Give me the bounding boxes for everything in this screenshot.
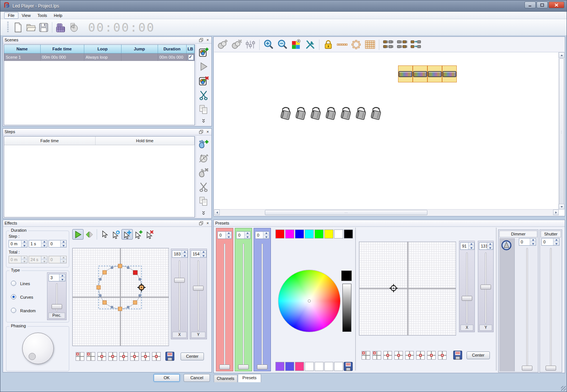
radio-icon[interactable] bbox=[11, 294, 16, 299]
position-preset-button[interactable] bbox=[427, 351, 436, 360]
scene-name-cell[interactable]: Scene 1 bbox=[4, 53, 40, 61]
pan-tilt-center-button[interactable]: Center bbox=[467, 351, 490, 359]
column-header-fade-time[interactable]: Fade time bbox=[40, 45, 84, 53]
dimmer-spinner[interactable]: 0 bbox=[519, 238, 536, 246]
minimize-button[interactable] bbox=[524, 2, 536, 8]
slider-thumb[interactable] bbox=[193, 286, 204, 291]
step-minutes-spinner[interactable]: 0 m bbox=[9, 240, 27, 248]
spotlight-fixture[interactable] bbox=[354, 106, 368, 123]
color-swatch[interactable] bbox=[305, 362, 314, 371]
scroll-right-button[interactable] bbox=[553, 210, 559, 215]
scene-loop-cell[interactable]: Always loop bbox=[84, 53, 121, 61]
copy-icon[interactable] bbox=[197, 195, 210, 208]
faders-icon[interactable] bbox=[243, 38, 257, 51]
position-preset-button[interactable] bbox=[152, 352, 161, 361]
black-swatch[interactable] bbox=[341, 270, 352, 281]
scroll-down-button[interactable] bbox=[559, 204, 564, 210]
blue-fader[interactable]: 0 bbox=[254, 228, 271, 371]
red-spinner[interactable]: 0 bbox=[217, 231, 232, 239]
float-panel-icon[interactable] bbox=[198, 129, 204, 134]
more-buttons-icon[interactable] bbox=[201, 210, 206, 217]
position-preset-button[interactable] bbox=[108, 352, 117, 361]
steps-panel-header[interactable]: Steps × bbox=[3, 129, 211, 135]
float-panel-icon[interactable] bbox=[198, 37, 204, 43]
lock-icon[interactable] bbox=[321, 38, 335, 51]
step-frames-spinner[interactable]: 0 bbox=[49, 240, 67, 248]
float-panel-icon[interactable] bbox=[198, 220, 204, 226]
ok-button[interactable]: OK bbox=[154, 374, 180, 382]
shutter-spinner[interactable]: 0 bbox=[541, 238, 559, 246]
column-header-duration[interactable]: Duration bbox=[158, 45, 186, 53]
color-swatch[interactable] bbox=[324, 229, 333, 239]
slider-thumb[interactable] bbox=[480, 284, 491, 289]
add-step-icon[interactable] bbox=[197, 138, 210, 150]
pan-slider[interactable] bbox=[459, 252, 474, 324]
group-link-icon[interactable] bbox=[409, 38, 423, 51]
position-preset-button[interactable] bbox=[130, 352, 139, 361]
color-swatch[interactable] bbox=[334, 229, 343, 239]
group-pair2-icon[interactable] bbox=[395, 38, 409, 51]
remove-fixture-icon[interactable] bbox=[230, 38, 243, 51]
arrange-line-icon[interactable] bbox=[335, 38, 349, 51]
close-panel-icon[interactable]: × bbox=[205, 37, 210, 43]
radio-icon[interactable] bbox=[11, 308, 16, 313]
color-swatch[interactable] bbox=[315, 362, 324, 371]
add-fixture-icon[interactable] bbox=[216, 38, 230, 51]
position-preset-button[interactable] bbox=[383, 351, 392, 360]
play-green-icon[interactable] bbox=[72, 229, 84, 240]
color-wheel[interactable] bbox=[278, 270, 341, 332]
radio-icon[interactable] bbox=[11, 281, 16, 286]
effect-path-editor[interactable] bbox=[72, 248, 169, 346]
position-preset-button[interactable] bbox=[372, 351, 381, 360]
titlebar[interactable]: Led Player - Project.lps bbox=[0, 0, 567, 12]
column-header-lb[interactable]: LB bbox=[186, 45, 195, 53]
arrange-circle-icon[interactable] bbox=[349, 38, 363, 51]
blue-fader-thumb[interactable] bbox=[257, 365, 268, 369]
cursor-delete-icon[interactable] bbox=[144, 229, 155, 240]
new-file-icon[interactable] bbox=[12, 21, 24, 34]
delete-scene-icon[interactable] bbox=[197, 74, 210, 87]
color-swatch[interactable] bbox=[275, 362, 284, 371]
position-preset-button[interactable] bbox=[361, 351, 370, 360]
spotlight-fixture[interactable] bbox=[293, 106, 307, 123]
color-swatch[interactable] bbox=[334, 362, 343, 371]
scroll-up-button[interactable] bbox=[559, 52, 564, 58]
step-time-icon[interactable] bbox=[197, 152, 210, 165]
close-button[interactable] bbox=[549, 2, 564, 8]
scene-fade-cell[interactable]: 00m 00s 000 bbox=[40, 53, 84, 61]
scrollbar-thumb[interactable]: ⋯ bbox=[265, 210, 427, 215]
spotlight-fixture[interactable] bbox=[339, 106, 353, 123]
type-option-curves[interactable]: Curves bbox=[11, 293, 33, 300]
more-buttons-icon[interactable] bbox=[201, 118, 206, 125]
save-position-icon[interactable] bbox=[453, 350, 463, 360]
type-option-lines[interactable]: Lines bbox=[11, 280, 30, 287]
phasing-knob[interactable] bbox=[22, 333, 54, 364]
column-header-fade-time[interactable]: Fade time bbox=[4, 137, 95, 145]
scene-jump-cell[interactable] bbox=[121, 53, 158, 61]
add-scene-icon[interactable] bbox=[197, 46, 210, 59]
red-fader[interactable]: 0 bbox=[216, 228, 233, 371]
copy-icon[interactable] bbox=[197, 103, 210, 116]
scene-duration-cell[interactable]: 00m 00s 000 bbox=[158, 53, 186, 61]
lb-checkbox[interactable] bbox=[188, 55, 194, 60]
dimmer-icon[interactable] bbox=[500, 239, 513, 252]
resize-grip[interactable] bbox=[561, 386, 566, 391]
scrollbar-thumb[interactable]: ⋮ bbox=[559, 58, 564, 206]
spotlight-fixture[interactable] bbox=[369, 106, 383, 123]
effects-panel-header[interactable]: Effects × bbox=[3, 220, 211, 227]
position-preset-button[interactable] bbox=[86, 352, 95, 361]
save-position-icon[interactable] bbox=[165, 351, 175, 361]
pan-tilt-grid[interactable] bbox=[359, 242, 456, 336]
menu-item-tools[interactable]: Tools bbox=[34, 12, 50, 18]
close-panel-icon[interactable]: × bbox=[205, 129, 210, 134]
fixture-canvas[interactable] bbox=[214, 52, 559, 210]
slider-thumb[interactable] bbox=[462, 296, 472, 301]
brightness-gradient-bar[interactable] bbox=[342, 284, 351, 332]
position-preset-button[interactable] bbox=[438, 351, 447, 360]
mouse-icon[interactable] bbox=[67, 21, 80, 34]
position-preset-button[interactable] bbox=[394, 351, 403, 360]
arrange-matrix-icon[interactable] bbox=[363, 38, 377, 51]
spotlight-fixture[interactable] bbox=[278, 106, 292, 123]
green-fader[interactable]: 0 bbox=[235, 228, 252, 371]
red-fader-thumb[interactable] bbox=[219, 365, 230, 369]
